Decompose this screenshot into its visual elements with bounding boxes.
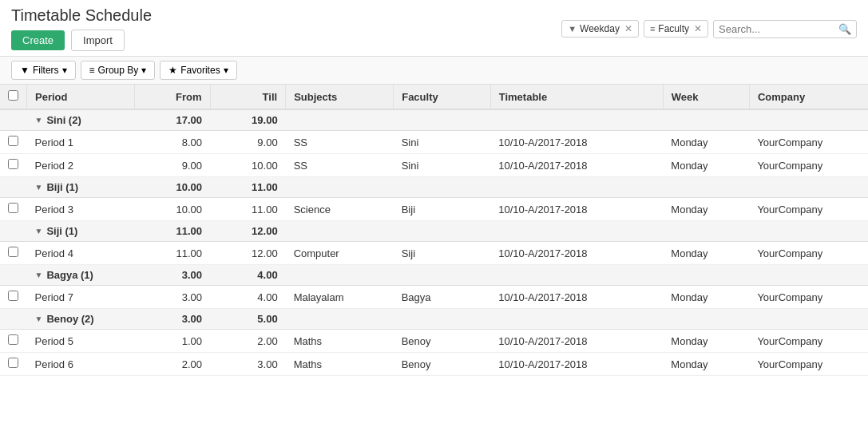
faculty-filter-tag[interactable]: ≡ Faculty ✕ xyxy=(644,20,708,38)
group-expand-cell[interactable] xyxy=(0,265,27,286)
row-timetable[interactable]: 10/10-A/2017-2018 xyxy=(490,353,663,376)
group-week xyxy=(663,309,749,330)
row-checkbox-cell[interactable] xyxy=(0,353,27,376)
create-button[interactable]: Create xyxy=(11,30,65,50)
row-week: Monday xyxy=(663,330,749,353)
group-timetable xyxy=(490,265,663,286)
row-faculty[interactable]: Sini xyxy=(394,131,491,154)
table-row: Period 2 9.00 10.00 SS Sini 10/10-A/2017… xyxy=(0,154,868,177)
group-week xyxy=(663,177,749,198)
row-faculty[interactable]: Benoy xyxy=(394,330,491,353)
row-week: Monday xyxy=(663,286,749,309)
row-checkbox[interactable] xyxy=(8,291,18,301)
group-week xyxy=(663,221,749,242)
row-timetable[interactable]: 10/10-A/2017-2018 xyxy=(490,131,663,154)
search-input[interactable] xyxy=(719,23,838,35)
weekday-tag-close[interactable]: ✕ xyxy=(624,23,632,34)
row-checkbox[interactable] xyxy=(8,358,18,368)
row-period: Period 4 xyxy=(27,242,135,265)
row-checkbox-cell[interactable] xyxy=(0,198,27,221)
group-name-cell: ▼ Sini (2) xyxy=(27,109,135,131)
group-row: ▼ Bagya (1) 3.00 4.00 xyxy=(0,265,868,286)
group-till: 12.00 xyxy=(210,221,286,242)
filters-label: Filters xyxy=(33,65,59,76)
row-checkbox-cell[interactable] xyxy=(0,131,27,154)
row-checkbox[interactable] xyxy=(8,334,18,345)
group-name: Sini (2) xyxy=(46,114,81,126)
row-timetable[interactable]: 10/10-A/2017-2018 xyxy=(490,198,663,221)
row-subjects: Computer xyxy=(286,242,394,265)
row-timetable[interactable]: 10/10-A/2017-2018 xyxy=(490,154,663,177)
row-timetable[interactable]: 10/10-A/2017-2018 xyxy=(490,330,663,353)
table-row: Period 3 10.00 11.00 Science Biji 10/10-… xyxy=(0,198,868,221)
row-period: Period 1 xyxy=(27,131,135,154)
row-checkbox-cell[interactable] xyxy=(0,286,27,309)
toolbar: ▼ Filters ▾ ≡ Group By ▾ ★ Favorites ▾ xyxy=(0,57,868,85)
favorites-chevron: ▾ xyxy=(224,65,228,76)
group-expand-cell[interactable] xyxy=(0,177,27,198)
group-till: 11.00 xyxy=(210,177,286,198)
favorites-label: Favorites xyxy=(180,65,220,76)
table-row: Period 5 1.00 2.00 Maths Benoy 10/10-A/2… xyxy=(0,330,868,353)
group-expand-cell[interactable] xyxy=(0,309,27,330)
filter-icon: ▼ xyxy=(568,24,577,34)
th-checkbox xyxy=(0,85,27,109)
group-timetable xyxy=(490,109,663,131)
group-timetable xyxy=(490,309,663,330)
group-faculty xyxy=(394,109,491,131)
row-faculty[interactable]: Siji xyxy=(394,242,491,265)
row-faculty[interactable]: Benoy xyxy=(394,353,491,376)
group-faculty xyxy=(394,309,491,330)
row-period: Period 6 xyxy=(27,353,135,376)
group-expand-cell[interactable] xyxy=(0,221,27,242)
row-checkbox-cell[interactable] xyxy=(0,154,27,177)
table-row: Period 1 8.00 9.00 SS Sini 10/10-A/2017-… xyxy=(0,131,868,154)
row-subjects: SS xyxy=(286,154,394,177)
group-faculty xyxy=(394,177,491,198)
faculty-tag-label: Faculty xyxy=(658,23,689,34)
group-company xyxy=(749,177,868,198)
favorites-button[interactable]: ★ Favorites ▾ xyxy=(160,61,236,80)
import-button[interactable]: Import xyxy=(71,30,125,51)
group-till: 4.00 xyxy=(210,265,286,286)
row-faculty[interactable]: Bagya xyxy=(394,286,491,309)
table-body: ▼ Sini (2) 17.00 19.00 Period 1 8.00 9.0… xyxy=(0,109,868,376)
row-checkbox[interactable] xyxy=(8,159,18,169)
row-timetable[interactable]: 10/10-A/2017-2018 xyxy=(490,286,663,309)
row-till: 12.00 xyxy=(210,242,286,265)
row-timetable[interactable]: 10/10-A/2017-2018 xyxy=(490,242,663,265)
table-row: Period 7 3.00 4.00 Malayalam Bagya 10/10… xyxy=(0,286,868,309)
group-from: 17.00 xyxy=(135,109,211,131)
row-faculty[interactable]: Biji xyxy=(394,198,491,221)
group-timetable xyxy=(490,177,663,198)
group-name: Biji (1) xyxy=(46,181,78,193)
group-expand-cell[interactable] xyxy=(0,109,27,131)
groupby-button[interactable]: ≡ Group By ▾ xyxy=(81,61,156,80)
timetable: Period From Till Subjects Faculty Timeta… xyxy=(0,85,868,376)
group-subjects xyxy=(286,309,394,330)
row-till: 4.00 xyxy=(210,286,286,309)
row-week: Monday xyxy=(663,154,749,177)
row-till: 9.00 xyxy=(210,131,286,154)
select-all-checkbox[interactable] xyxy=(8,90,18,101)
row-checkbox-cell[interactable] xyxy=(0,330,27,353)
filter-icon: ▼ xyxy=(20,65,30,76)
group-subjects xyxy=(286,177,394,198)
th-till: Till xyxy=(210,85,286,109)
faculty-tag-close[interactable]: ✕ xyxy=(694,23,702,34)
group-row: ▼ Sini (2) 17.00 19.00 xyxy=(0,109,868,131)
filters-button[interactable]: ▼ Filters ▾ xyxy=(11,61,76,80)
weekday-filter-tag[interactable]: ▼ Weekday ✕ xyxy=(561,20,639,38)
group-from: 10.00 xyxy=(135,177,211,198)
row-period: Period 7 xyxy=(27,286,135,309)
row-faculty[interactable]: Sini xyxy=(394,154,491,177)
row-company: YourCompany xyxy=(749,154,868,177)
group-company xyxy=(749,265,868,286)
search-icon[interactable]: 🔍 xyxy=(838,23,851,35)
group-subjects xyxy=(286,221,394,242)
row-checkbox[interactable] xyxy=(8,247,18,257)
row-company: YourCompany xyxy=(749,330,868,353)
row-checkbox[interactable] xyxy=(8,136,18,146)
row-checkbox[interactable] xyxy=(8,203,18,213)
row-checkbox-cell[interactable] xyxy=(0,242,27,265)
